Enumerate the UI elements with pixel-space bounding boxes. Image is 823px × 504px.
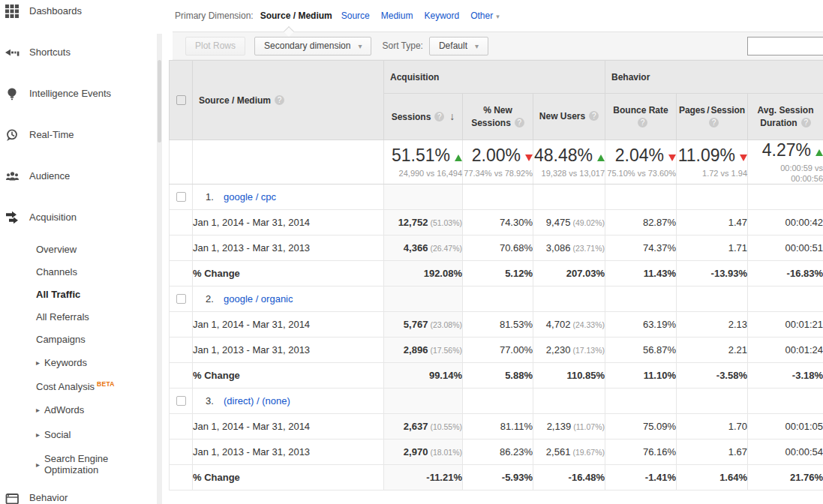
sort-type-label: Sort Type:	[382, 40, 422, 51]
secondary-dimension-button[interactable]: Secondary dimension▾	[254, 37, 371, 56]
select-all-checkbox[interactable]	[176, 95, 186, 105]
tab-keyword[interactable]: Keyword	[424, 10, 459, 21]
column-header-new-users[interactable]: New Users?	[533, 94, 605, 140]
date-range-label: Jan 1, 2014 - Mar 31, 2014	[193, 414, 384, 440]
date-range-label: Jan 1, 2013 - Mar 31, 2013	[193, 338, 384, 363]
percent-change-row: % Change 192.08% 5.12% 207.03% 11.43% -1…	[170, 261, 823, 286]
sidebar-item-all-traffic[interactable]: All Traffic	[0, 283, 158, 305]
table-row: Jan 1, 2014 - Mar 31, 2014 12,752(51.03%…	[170, 210, 823, 236]
behavior-window-icon	[5, 492, 20, 504]
date-range-label: Jan 1, 2013 - Mar 31, 2013	[193, 236, 384, 261]
row-checkbox[interactable]	[176, 294, 186, 304]
column-header-new-sessions[interactable]: % New Sessions?	[463, 94, 533, 140]
table-row: 1.google / cpc	[170, 184, 823, 210]
sidebar-item-overview[interactable]: Overview	[0, 238, 158, 260]
sidebar-item-social[interactable]: ▸Social	[0, 422, 158, 447]
date-range-label: Jan 1, 2014 - Mar 31, 2014	[193, 312, 384, 338]
column-header-avg-session-duration[interactable]: Avg. Session Duration?	[748, 94, 823, 140]
table-group-header-row: Source / Medium? Acquisition Behavior	[170, 61, 823, 94]
tab-other[interactable]: Other▾	[470, 10, 500, 21]
sidebar-item-intelligence-events[interactable]: Intelligence Events	[0, 73, 158, 114]
summary-new-users: 48.48%19,328 vs 13,017	[533, 140, 605, 184]
sidebar-item-audience[interactable]: Audience	[0, 155, 158, 196]
tab-source-medium[interactable]: Source / Medium	[260, 10, 332, 21]
column-header-pages-session[interactable]: Pages / Session?	[677, 94, 748, 140]
chevron-down-icon: ▾	[496, 13, 500, 20]
row-checkbox[interactable]	[176, 192, 186, 202]
help-icon[interactable]: ?	[638, 118, 647, 128]
shortcuts-icon	[5, 46, 20, 59]
chevron-down-icon: ▾	[475, 42, 479, 50]
chevron-down-icon: ▾	[358, 42, 362, 50]
table-row: Jan 1, 2013 - Mar 31, 2013 2,896(17.56%)…	[170, 338, 823, 363]
sort-type-button[interactable]: Default▾	[429, 37, 488, 56]
dimension-column-header[interactable]: Source / Medium?	[193, 61, 384, 140]
scrollbar-thumb[interactable]	[158, 60, 161, 142]
report-toolbar: Plot Rows Secondary dimension▾ Sort Type…	[173, 32, 823, 60]
table-row: Jan 1, 2014 - Mar 31, 2014 2,637(10.55%)…	[170, 414, 823, 440]
primary-dimension-bar: Primary Dimension: Source / Medium Sourc…	[169, 0, 823, 32]
sidebar-item-label: Audience	[29, 170, 70, 182]
sidebar-item-cost-analysis[interactable]: Cost AnalysisBETA	[0, 375, 158, 398]
help-icon[interactable]: ?	[275, 95, 284, 105]
sidebar-item-keywords[interactable]: ▸Keywords	[0, 350, 158, 375]
row-checkbox[interactable]	[176, 396, 186, 406]
table-search-input[interactable]	[747, 37, 823, 56]
trend-icon	[455, 154, 462, 161]
acquisition-arrows-icon	[5, 211, 20, 224]
sidebar-item-acquisition[interactable]: Acquisition	[0, 196, 158, 238]
help-icon[interactable]: ?	[515, 118, 524, 128]
percent-change-row: % Change -11.21% -5.93% -16.48% -1.41% 1…	[170, 465, 823, 490]
sidebar-item-campaigns[interactable]: Campaigns	[0, 328, 158, 350]
tab-medium[interactable]: Medium	[381, 10, 413, 21]
table-row: 3.(direct) / (none)	[170, 388, 823, 414]
source-medium-link[interactable]: (direct) / (none)	[224, 395, 290, 406]
sidebar-item-dashboards[interactable]: Dashboards	[0, 0, 158, 32]
trend-icon	[740, 154, 747, 161]
source-medium-link[interactable]: google / cpc	[224, 191, 276, 202]
realtime-clock-icon	[5, 128, 20, 142]
sidebar-item-behavior[interactable]: Behavior	[0, 492, 68, 504]
sort-desc-icon[interactable]: ↓	[449, 110, 455, 122]
percent-change-label: % Change	[193, 261, 384, 286]
sidebar: Dashboards Shortcuts Intelligence Events…	[0, 0, 158, 504]
dashboards-icon	[5, 4, 20, 18]
sidebar-item-channels[interactable]: Channels	[0, 260, 158, 283]
expand-arrow-icon: ▸	[36, 430, 40, 439]
summary-row: 51.51%24,990 vs 16,494 2.00%77.34% vs 78…	[170, 140, 823, 184]
source-medium-link[interactable]: google / organic	[224, 293, 293, 304]
sidebar-item-search-engine-optimization[interactable]: ▸Search Engine Optimization	[0, 447, 158, 482]
expand-arrow-icon: ▸	[36, 459, 40, 470]
table-row: Jan 1, 2013 - Mar 31, 2013 4,366(26.47%)…	[170, 236, 823, 261]
sidebar-item-all-referrals[interactable]: All Referrals	[0, 305, 158, 328]
help-icon[interactable]: ?	[801, 118, 811, 128]
audience-people-icon	[5, 170, 20, 183]
percent-change-label: % Change	[193, 465, 384, 490]
summary-sessions: 51.51%24,990 vs 16,494	[384, 140, 463, 184]
help-icon[interactable]: ?	[434, 112, 444, 122]
table-row: 2.google / organic	[170, 286, 823, 312]
sidebar-item-label: Shortcuts	[29, 46, 71, 58]
help-icon[interactable]: ?	[709, 118, 719, 128]
trend-icon	[815, 149, 823, 156]
help-icon[interactable]: ?	[589, 111, 599, 121]
date-range-label: Jan 1, 2014 - Mar 31, 2014	[193, 210, 384, 236]
percent-change-row: % Change 99.14% 5.88% 110.85% 11.10% -3.…	[170, 363, 823, 388]
acquisition-submenu: Overview Channels All Traffic All Referr…	[0, 238, 158, 482]
tab-source[interactable]: Source	[341, 10, 370, 21]
plot-rows-button[interactable]: Plot Rows	[185, 37, 245, 56]
sidebar-scrollbar[interactable]	[157, 34, 162, 504]
sidebar-item-label: Acquisition	[29, 212, 77, 223]
behavior-group-header: Behavior	[605, 61, 823, 94]
select-all-cell	[170, 61, 193, 140]
expand-arrow-icon: ▸	[36, 406, 40, 414]
table-row: Jan 1, 2013 - Mar 31, 2013 2,970(18.01%)…	[170, 440, 823, 465]
data-table: Source / Medium? Acquisition Behavior Se…	[169, 60, 823, 490]
trend-icon	[525, 154, 533, 161]
column-header-bounce-rate[interactable]: Bounce Rate?	[605, 94, 677, 140]
sidebar-item-real-time[interactable]: Real-Time	[0, 114, 158, 155]
sidebar-item-label: Real-Time	[29, 129, 74, 140]
sidebar-item-adwords[interactable]: ▸AdWords	[0, 398, 158, 422]
column-header-sessions[interactable]: Sessions?↓	[384, 94, 463, 140]
sidebar-item-shortcuts[interactable]: Shortcuts	[0, 32, 158, 73]
